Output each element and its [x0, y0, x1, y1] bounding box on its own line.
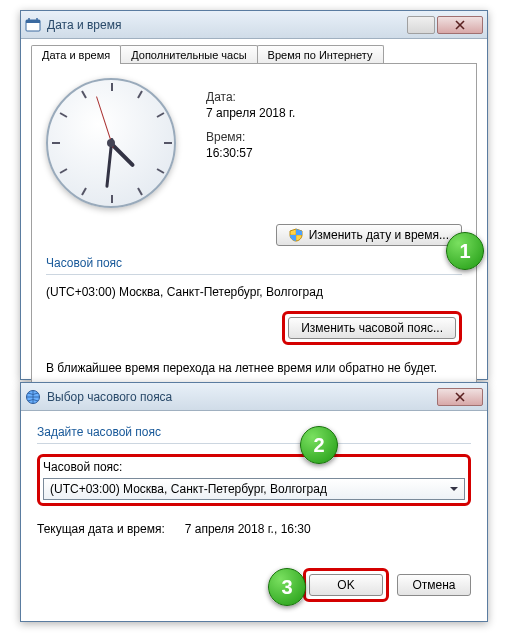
current-datetime-label: Текущая дата и время: — [37, 522, 165, 536]
date-value: 7 апреля 2018 г. — [206, 106, 295, 120]
timezone-section-label: Часовой пояс — [46, 256, 462, 270]
timezone-combobox-value: (UTC+03:00) Москва, Санкт-Петербург, Вол… — [50, 482, 327, 496]
close-icon — [455, 20, 465, 30]
dst-note: В ближайшее время перехода на летнее вре… — [46, 361, 462, 375]
globe-icon — [25, 389, 41, 405]
close-button[interactable] — [437, 388, 483, 406]
cancel-button[interactable]: Отмена — [397, 574, 471, 596]
divider — [37, 443, 471, 444]
current-datetime-value: 7 апреля 2018 г., 16:30 — [185, 522, 311, 536]
ok-button[interactable]: OK — [309, 574, 383, 596]
help-button[interactable] — [407, 16, 435, 34]
tab-internet-time[interactable]: Время по Интернету — [257, 45, 384, 64]
step-marker-3: 3 — [268, 568, 306, 606]
svg-rect-1 — [26, 20, 40, 23]
close-button[interactable] — [437, 16, 483, 34]
highlight-1: Изменить часовой пояс... — [282, 311, 462, 345]
datetime-window: Дата и время Дата и время Дополнительные… — [20, 10, 488, 380]
tab-additional-clocks[interactable]: Дополнительные часы — [120, 45, 257, 64]
change-datetime-button[interactable]: Изменить дату и время... — [276, 224, 462, 246]
titlebar[interactable]: Выбор часового пояса — [21, 383, 487, 411]
highlight-3: OK — [303, 568, 389, 602]
calendar-icon — [25, 17, 41, 33]
timezone-field-label: Часовой пояс: — [43, 460, 465, 474]
tab-datetime[interactable]: Дата и время — [31, 45, 121, 64]
window-title: Выбор часового пояса — [47, 390, 437, 404]
window-title: Дата и время — [47, 18, 407, 32]
highlight-2: Часовой пояс: (UTC+03:00) Москва, Санкт-… — [37, 454, 471, 506]
close-icon — [455, 392, 465, 402]
time-value: 16:30:57 — [206, 146, 295, 160]
tab-row: Дата и время Дополнительные часы Время п… — [31, 45, 487, 64]
shield-icon — [289, 228, 303, 242]
timezone-combobox[interactable]: (UTC+03:00) Москва, Санкт-Петербург, Вол… — [43, 478, 465, 500]
tab-panel: Дата: 7 апреля 2018 г. Время: 16:30:57 И… — [31, 63, 477, 390]
analog-clock — [46, 78, 186, 218]
prompt-label: Задайте часовой пояс — [37, 425, 471, 439]
date-label: Дата: — [206, 90, 295, 104]
timezone-value: (UTC+03:00) Москва, Санкт-Петербург, Вол… — [46, 285, 462, 299]
time-label: Время: — [206, 130, 295, 144]
step-marker-1: 1 — [446, 232, 484, 270]
change-datetime-label: Изменить дату и время... — [309, 228, 449, 242]
divider — [46, 274, 462, 275]
step-marker-2: 2 — [300, 426, 338, 464]
timezone-window: Выбор часового пояса Задайте часовой поя… — [20, 382, 488, 622]
change-timezone-label: Изменить часовой пояс... — [301, 321, 443, 335]
change-timezone-button[interactable]: Изменить часовой пояс... — [288, 317, 456, 339]
titlebar[interactable]: Дата и время — [21, 11, 487, 39]
